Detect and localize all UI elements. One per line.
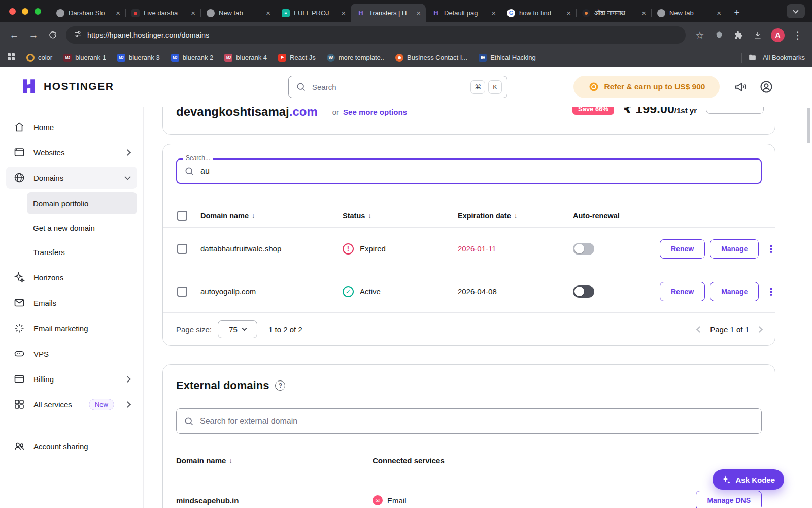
column-domain-name[interactable]: Domain name↓	[176, 456, 373, 465]
help-icon[interactable]: ?	[275, 380, 285, 391]
apps-grid-icon[interactable]	[7, 53, 15, 62]
sidebar-item-vps[interactable]: VPS	[6, 342, 137, 365]
window-close-button[interactable]	[9, 8, 16, 15]
tab-new-tab-2[interactable]: New tab ×	[651, 4, 726, 22]
page-indicator: Page 1 of 1	[710, 325, 749, 334]
browser-menu-icon[interactable]: ⋮	[789, 26, 807, 44]
new-badge: New	[89, 399, 114, 410]
bookmark-bluerank-2[interactable]: MJ bluerank 2	[171, 54, 214, 62]
sidebar-item-transfers[interactable]: Transfers	[27, 241, 137, 263]
kebab-menu-icon[interactable]: ⋮	[764, 285, 778, 298]
column-domain-name[interactable]: Domain name↓	[200, 212, 343, 220]
refer-earn-button[interactable]: Refer & earn up to US$ 900	[573, 76, 720, 98]
tab-full-proj[interactable]: ≡ FULL PROJ ×	[276, 4, 351, 22]
bookmark-bluerank-4[interactable]: MJ bluerank 4	[224, 54, 267, 62]
tab-close-icon[interactable]: ×	[190, 9, 196, 17]
auto-renewal-toggle[interactable]	[573, 243, 594, 255]
tab-close-icon[interactable]: ×	[415, 9, 422, 17]
sidebar-item-domain-portfolio[interactable]: Domain portfolio	[27, 192, 137, 214]
tab-new-tab-1[interactable]: New tab ×	[200, 4, 276, 22]
tab-close-icon[interactable]: ×	[716, 9, 722, 17]
domain-search-input[interactable]: au	[176, 158, 762, 184]
extensions-puzzle-icon[interactable]	[729, 26, 748, 44]
tab-ondha-nagnath[interactable]: ओंढा नागनाथ ×	[576, 4, 651, 22]
bookmark-color[interactable]: color	[26, 54, 52, 62]
row-checkbox[interactable]	[177, 244, 187, 254]
renew-button[interactable]: Renew	[660, 282, 705, 301]
all-bookmarks[interactable]: All Bookmarks	[741, 53, 805, 63]
bookmark-favicon	[26, 54, 35, 62]
address-bar[interactable]: https://hpanel.hostinger.com/domains	[66, 26, 686, 44]
bookmark-bluerank-3[interactable]: MJ bluerank 3	[117, 54, 160, 62]
sidebar-item-horizons[interactable]: Horizons	[6, 266, 137, 289]
account-menu-icon[interactable]	[759, 80, 773, 96]
bookmark-more-templates[interactable]: W more template..	[327, 54, 384, 62]
tab-close-icon[interactable]: ×	[565, 9, 572, 17]
bookmark-star-icon[interactable]: ☆	[691, 26, 709, 44]
row-actions: Renew Manage ⋮	[660, 282, 778, 301]
previous-page-icon[interactable]	[696, 326, 703, 333]
global-search[interactable]: Search ⌘ K	[288, 76, 507, 98]
page-size-select[interactable]: 75	[218, 320, 257, 338]
tab-darshan[interactable]: Darshan Slo ×	[50, 4, 125, 22]
promo-cta-button[interactable]	[706, 107, 764, 114]
tab-close-icon[interactable]: ×	[340, 9, 347, 17]
shield-extension-icon[interactable]	[710, 26, 728, 44]
tab-how-to-find[interactable]: G how to find ×	[501, 4, 576, 22]
sidebar-item-account-sharing[interactable]: Account sharing	[6, 435, 137, 457]
new-tab-button[interactable]: +	[729, 5, 745, 20]
tab-close-icon[interactable]: ×	[265, 9, 272, 17]
spark-burst-icon	[13, 322, 25, 334]
bookmark-bluerank-1[interactable]: MJ bluerank 1	[63, 54, 106, 62]
tab-close-icon[interactable]: ×	[640, 9, 647, 17]
external-search-input[interactable]	[200, 417, 754, 426]
tab-close-icon[interactable]: ×	[490, 9, 497, 17]
sidebar-item-home[interactable]: Home	[6, 116, 137, 138]
external-domain-search[interactable]	[176, 408, 762, 434]
sidebar: Home Websites Domains Domain portfolio G…	[0, 107, 144, 508]
next-page-icon[interactable]	[756, 326, 763, 333]
bookmark-label: bluerank 3	[129, 54, 160, 61]
window-minimize-button[interactable]	[22, 8, 28, 15]
column-expiration-date[interactable]: Expiration date↓	[458, 212, 573, 220]
window-zoom-button[interactable]	[35, 8, 41, 15]
see-more-options-link[interactable]: See more options	[343, 108, 407, 116]
profile-avatar[interactable]: A	[771, 28, 785, 42]
tab-close-icon[interactable]: ×	[115, 9, 121, 17]
ask-kodee-button[interactable]: Ask Kodee	[713, 469, 784, 490]
tab-search-button[interactable]	[787, 4, 805, 18]
external-domains-card: External domains ? Domain name↓ Connecte…	[162, 364, 775, 508]
sidebar-item-emails[interactable]: Emails	[6, 292, 137, 314]
auto-renewal-toggle[interactable]	[573, 285, 594, 298]
manage-button[interactable]: Manage	[710, 239, 759, 259]
sidebar-item-all-services[interactable]: All services New	[6, 393, 137, 416]
bookmark-ethical-hacking[interactable]: EH Ethical Hacking	[479, 54, 536, 62]
sidebar-item-websites[interactable]: Websites	[6, 141, 137, 164]
sidebar-item-get-new-domain[interactable]: Get a new domain	[27, 216, 137, 239]
page-scrollbar-thumb[interactable]	[807, 108, 810, 143]
sidebar-item-label: Websites	[33, 148, 64, 157]
tab-title: Live darsha	[144, 9, 186, 17]
hostinger-logo[interactable]: HOSTINGER	[20, 78, 114, 95]
manage-dns-button[interactable]: Manage DNS	[696, 491, 762, 508]
column-status[interactable]: Status↓	[343, 212, 458, 220]
reload-button[interactable]	[44, 26, 62, 44]
tab-live-darshan[interactable]: Live darsha ×	[125, 4, 200, 22]
sidebar-item-domains[interactable]: Domains	[6, 167, 137, 189]
renew-button[interactable]: Renew	[660, 239, 705, 259]
bookmark-react-js[interactable]: React Js	[278, 54, 316, 62]
sidebar-item-email-marketing[interactable]: Email marketing	[6, 317, 137, 339]
forward-button[interactable]: →	[24, 26, 43, 44]
announcements-megaphone-icon[interactable]	[734, 80, 747, 96]
sidebar-item-billing[interactable]: Billing	[6, 368, 137, 390]
manage-button[interactable]: Manage	[710, 282, 759, 301]
tab-default-page[interactable]: H Default pag ×	[426, 4, 501, 22]
bookmark-business-contact[interactable]: Business Contact I...	[395, 54, 467, 62]
row-checkbox[interactable]	[177, 287, 187, 297]
kebab-menu-icon[interactable]: ⋮	[764, 243, 778, 255]
tab-transfers-active[interactable]: H Transfers | H ×	[351, 4, 426, 22]
back-button[interactable]: ←	[5, 26, 23, 44]
select-all-checkbox[interactable]	[177, 211, 187, 221]
downloads-icon[interactable]	[749, 26, 767, 44]
site-settings-icon[interactable]	[74, 30, 82, 40]
